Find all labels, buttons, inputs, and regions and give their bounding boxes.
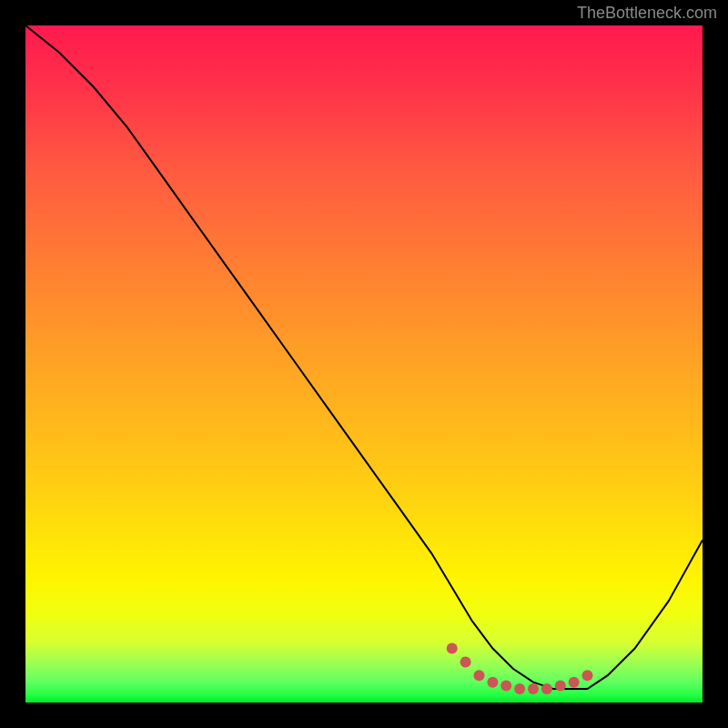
marker-dot [500,680,511,691]
marker-dot [460,656,471,667]
marker-dot [528,683,539,694]
bottleneck-curve-line [25,25,703,689]
marker-dot [569,677,580,688]
optimal-range-markers [447,643,593,695]
marker-dot [541,683,552,694]
marker-dot [555,680,566,691]
marker-dot [514,683,525,694]
marker-dot [474,670,485,681]
chart-svg [25,25,703,703]
marker-dot [582,670,593,681]
watermark-text: TheBottleneck.com [577,4,717,23]
chart-plot-area [25,25,703,703]
marker-dot [447,643,458,654]
marker-dot [487,677,498,688]
